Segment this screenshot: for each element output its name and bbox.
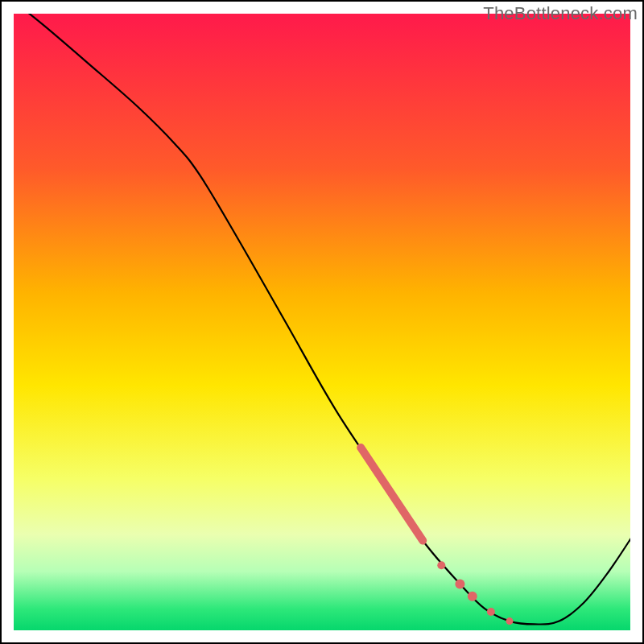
chart-svg: [14, 14, 630, 630]
highlight-dot: [487, 608, 495, 616]
highlight-dot: [506, 617, 514, 625]
highlight-dot: [468, 592, 477, 601]
watermark-text: TheBottleneck.com: [483, 3, 638, 24]
gradient-background: [14, 14, 630, 630]
highlight-dot: [437, 561, 445, 569]
chart-frame: TheBottleneck.com: [0, 0, 644, 644]
highlight-dot: [455, 579, 464, 588]
plot-area: [14, 14, 630, 630]
